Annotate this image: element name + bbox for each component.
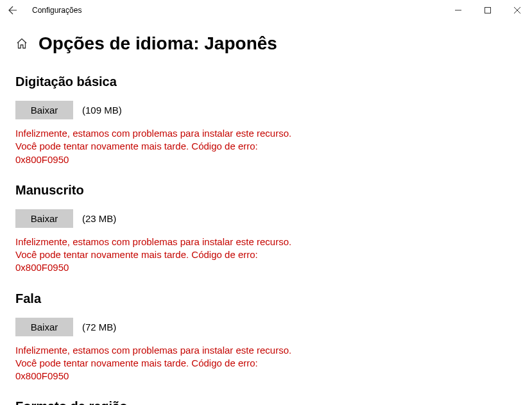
minimize-icon bbox=[455, 7, 461, 13]
download-button[interactable]: Baixar bbox=[15, 318, 73, 336]
titlebar-left: Configurações bbox=[5, 3, 82, 18]
section-speech: Fala Baixar (72 MB) Infelizmente, estamo… bbox=[15, 291, 517, 383]
section-basic-typing: Digitação básica Baixar (109 MB) Infeliz… bbox=[15, 74, 517, 166]
error-message: Infelizmente, estamos com problemas para… bbox=[15, 127, 298, 166]
minimize-button[interactable] bbox=[443, 0, 473, 21]
back-arrow-icon bbox=[8, 5, 18, 15]
error-message: Infelizmente, estamos com problemas para… bbox=[15, 236, 298, 275]
svg-rect-0 bbox=[485, 8, 491, 13]
home-button[interactable] bbox=[15, 37, 28, 50]
download-size: (109 MB) bbox=[82, 105, 122, 116]
section-heading: Manuscrito bbox=[15, 183, 517, 198]
section-heading: Digitação básica bbox=[15, 74, 517, 89]
window-title: Configurações bbox=[32, 6, 82, 15]
window-controls bbox=[443, 0, 532, 21]
section-heading: Formato de região bbox=[15, 399, 517, 405]
maximize-icon bbox=[485, 7, 491, 13]
page-header: Opções de idioma: Japonês bbox=[15, 33, 517, 54]
titlebar: Configurações bbox=[0, 0, 532, 21]
download-row: Baixar (109 MB) bbox=[15, 101, 517, 119]
download-button[interactable]: Baixar bbox=[15, 209, 73, 228]
download-size: (72 MB) bbox=[82, 322, 116, 332]
download-row: Baixar (23 MB) bbox=[15, 209, 517, 228]
maximize-button[interactable] bbox=[473, 0, 502, 21]
section-heading: Fala bbox=[15, 291, 517, 306]
error-message: Infelizmente, estamos com problemas para… bbox=[15, 344, 298, 383]
page-title: Opções de idioma: Japonês bbox=[39, 33, 277, 54]
download-size: (23 MB) bbox=[82, 213, 116, 224]
close-icon bbox=[514, 7, 520, 13]
home-icon bbox=[16, 38, 28, 49]
close-button[interactable] bbox=[502, 0, 532, 21]
back-button[interactable] bbox=[5, 3, 21, 18]
content-area: Opções de idioma: Japonês Digitação bási… bbox=[0, 21, 532, 405]
download-row: Baixar (72 MB) bbox=[15, 318, 517, 336]
section-region-format: Formato de região Configurações bbox=[15, 399, 517, 405]
download-button[interactable]: Baixar bbox=[15, 101, 73, 119]
section-handwriting: Manuscrito Baixar (23 MB) Infelizmente, … bbox=[15, 183, 517, 275]
